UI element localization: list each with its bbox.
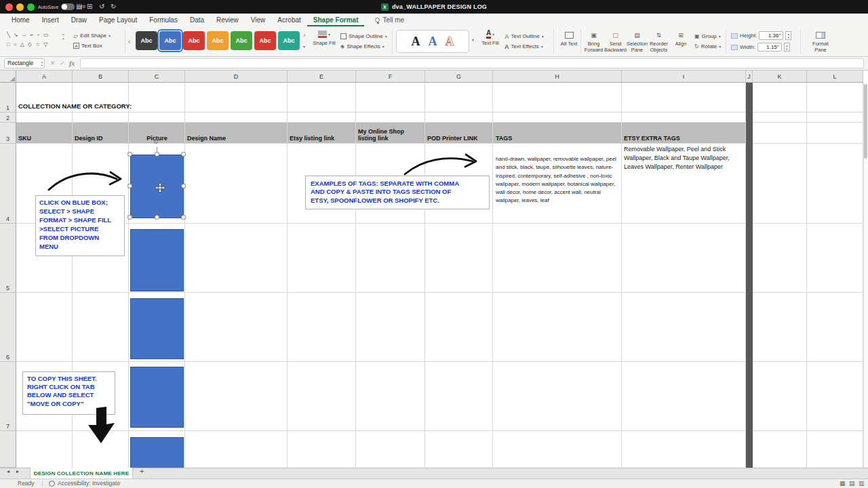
shape-style-chip-selected[interactable]: Abc (159, 31, 181, 50)
column-header-g[interactable]: G (425, 70, 493, 83)
wordart-sample-red-outline[interactable]: A (446, 35, 454, 49)
send-backward-button[interactable]: ▢ Send Backward (605, 30, 626, 53)
note-copy-sheet[interactable]: TO COPY THIS SHEET. RIGHT CLICK ON TAB B… (22, 371, 115, 415)
alt-text-button[interactable]: Alt Text (557, 30, 580, 47)
shape-outline-button[interactable]: Shape Outline ▾ (340, 31, 387, 41)
picture-placeholder-shape[interactable] (130, 298, 184, 359)
cell-header-design-name[interactable]: Design Name (187, 123, 226, 143)
row-header-5[interactable]: 5 (0, 224, 16, 293)
cell-header-design-id[interactable]: Design ID (75, 123, 103, 143)
column-header-b[interactable]: B (73, 70, 129, 83)
tab-page-layout[interactable]: Page Layout (93, 14, 143, 26)
column-header-a[interactable]: A (16, 70, 73, 83)
add-sheet-button[interactable]: + (140, 467, 144, 475)
bring-forward-button[interactable]: ▣ Bring Forward (583, 30, 604, 53)
sheet-nav-left-icon[interactable]: ◂ (7, 468, 9, 474)
cell-header-pod-link[interactable]: POD Printer LINK (427, 123, 478, 143)
shape-fill-button[interactable]: ▾ Shape Fill (312, 29, 336, 47)
sheet-nav-right-icon[interactable]: ▸ (16, 468, 19, 474)
shape-glyph-curve[interactable]: ~ (37, 30, 40, 40)
cell-a1-collection-name[interactable]: COLLECTION NAME OR CATEGORY: (18, 102, 132, 110)
tab-review[interactable]: Review (210, 14, 245, 26)
cell-header-etsy-link[interactable]: Etsy listing link (290, 123, 334, 143)
autosave-toggle[interactable] (61, 3, 75, 10)
insert-shapes-gallery[interactable]: ╲ ↘ ↔ ⌐ ~ ▭ □ ○ △ ◇ ☆ ▽ (7, 30, 48, 49)
resize-handle-e[interactable] (181, 184, 186, 188)
tab-acrobat[interactable]: Acrobat (271, 14, 307, 26)
wordart-more-icon[interactable]: ▾ (472, 37, 474, 42)
format-pane-button[interactable]: Format Pane (807, 30, 834, 53)
shape-style-chip[interactable]: Abc (254, 31, 276, 50)
text-outline-button[interactable]: A Text Outline ▾ (505, 31, 544, 41)
column-header-c[interactable]: C (129, 70, 185, 83)
tab-draw[interactable]: Draw (65, 14, 93, 26)
shape-width-control[interactable]: Width: 1.15" ▲▼ (731, 43, 790, 52)
cell-header-tags[interactable]: TAGS (496, 123, 512, 143)
tab-home[interactable]: Home (5, 14, 36, 26)
row-header-6[interactable]: 6 (0, 293, 16, 362)
cell-h4-tags-text[interactable]: hand-drawn, wallpaper, removable wallpap… (496, 155, 622, 205)
save-icon[interactable]: ▤ (76, 3, 82, 11)
text-fill-button[interactable]: A▾ Text Fill (479, 29, 502, 47)
shape-glyph-connector[interactable]: ⌐ (31, 30, 34, 40)
column-header-h[interactable]: H (493, 70, 622, 83)
resize-handle-se[interactable] (181, 215, 186, 220)
resize-handle-s[interactable] (155, 215, 159, 220)
height-input[interactable]: 1.36" (759, 31, 783, 40)
styles-scroll-left-icon[interactable]: ‹ (128, 31, 131, 52)
tab-data[interactable]: Data (184, 14, 210, 26)
text-effects-button[interactable]: A Text Effects ▾ (505, 41, 544, 52)
picture-placeholder-shape[interactable] (130, 367, 184, 428)
note-tag-examples[interactable]: EXAMPLES OF TAGS: SEPARATE WITH COMMA AN… (305, 176, 490, 209)
shape-effects-button[interactable]: ◈ Shape Effects ▾ (340, 41, 387, 52)
tab-shape-format[interactable]: Shape Format (307, 14, 365, 26)
shape-glyph-rectangle[interactable]: ▭ (43, 30, 49, 40)
column-header-j[interactable]: J (746, 70, 753, 83)
resize-handle-nw[interactable] (127, 152, 132, 157)
column-header-i[interactable]: I (622, 70, 746, 83)
cell-i4-etsy-extra-tags-text[interactable]: Removable Wallpaper, Peel and Stick Wall… (624, 145, 745, 171)
row-header-7[interactable]: 7 (0, 362, 16, 431)
width-stepper[interactable]: ▲▼ (784, 43, 790, 52)
shape-glyph-arrow[interactable]: ↘ (14, 30, 18, 40)
shape-glyph-double-arrow[interactable]: ↔ (22, 30, 27, 40)
formula-input[interactable] (80, 58, 864, 68)
vertical-scrollbar-thumb[interactable] (864, 84, 867, 159)
shape-height-control[interactable]: Height: 1.36" ▲▼ (731, 31, 791, 40)
enter-icon[interactable]: ✓ (60, 60, 65, 66)
text-box-button[interactable]: A Text Box (73, 41, 111, 51)
shape-glyph-triangle-down[interactable]: ▽ (43, 40, 47, 49)
resize-handle-n[interactable] (155, 152, 159, 157)
column-header-e[interactable]: E (288, 70, 356, 83)
wordart-sample-blue[interactable]: A (429, 35, 437, 49)
page-break-view-icon[interactable]: ▥ (859, 479, 865, 488)
column-header-l[interactable]: L (807, 70, 863, 83)
cell-header-etsy-extra-tags[interactable]: ETSY EXTRA TAGS (624, 123, 680, 143)
wordart-sample-black[interactable]: A (412, 35, 420, 49)
tab-formulas[interactable]: Formulas (143, 14, 184, 26)
height-stepper[interactable]: ▲▼ (785, 31, 791, 40)
picture-placeholder-shape[interactable] (130, 229, 184, 291)
normal-view-icon[interactable]: ▦ (840, 479, 846, 488)
shape-glyph-star[interactable]: ☆ (35, 40, 40, 49)
shape-style-chip[interactable]: Abc (183, 31, 205, 50)
name-box[interactable]: Rectangle ▴▾ (4, 58, 45, 68)
wordart-styles-gallery[interactable]: A A A (396, 30, 469, 53)
row-header-4[interactable]: 4 (0, 144, 16, 224)
name-box-stepper[interactable]: ▴▾ (41, 60, 43, 67)
close-window-button[interactable] (5, 3, 13, 11)
reorder-objects-button[interactable]: ⇅ Reorder Objects (648, 30, 669, 53)
width-input[interactable]: 1.15" (757, 43, 782, 52)
rotation-handle-icon[interactable]: ↻ (153, 138, 159, 145)
row-header-1[interactable]: 1 (0, 83, 16, 113)
tab-view[interactable]: View (245, 14, 272, 26)
resize-handle-w[interactable] (127, 184, 132, 188)
note-click-blue-box[interactable]: CLICK ON BLUE BOX; SELECT > SHAPE FORMAT… (35, 195, 125, 256)
selection-pane-button[interactable]: ▤ Selection Pane (627, 30, 648, 53)
resize-handle-ne[interactable] (181, 152, 186, 157)
sheet-tab-active[interactable]: DESIGN COLLECTION NAME HERE (30, 468, 133, 479)
row-header-partial[interactable] (0, 431, 16, 468)
shape-style-chip[interactable]: Abc (278, 31, 300, 50)
rotate-button[interactable]: ↻ Rotate ▾ (694, 41, 721, 52)
styles-more-icon[interactable]: ▾ (303, 44, 305, 49)
